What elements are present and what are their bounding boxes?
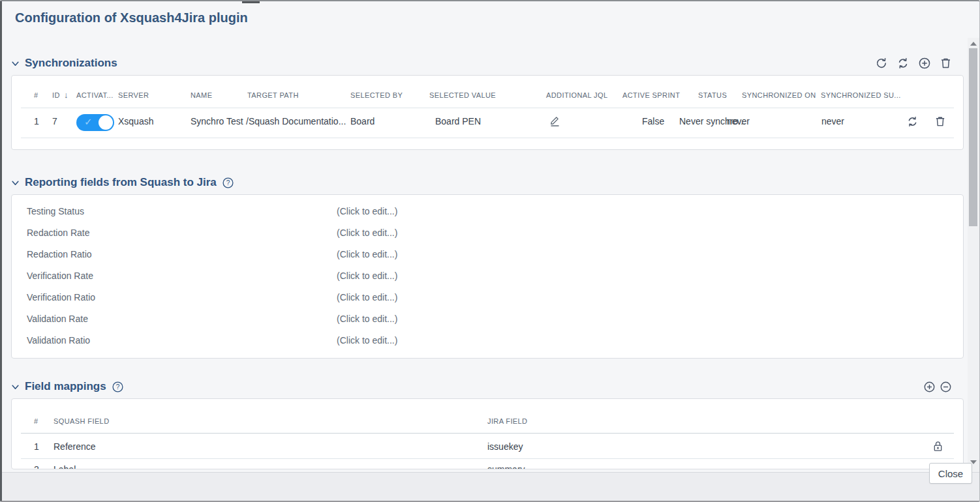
delete-row-icon[interactable] [934,115,946,128]
sync-table-row: 1 7 ✓ Xsquash Synchro Test /Squash Docum… [12,114,963,132]
help-icon[interactable]: ? [222,177,234,188]
click-to-edit[interactable]: (Click to edit...) [337,249,397,259]
chevron-down-icon[interactable] [11,383,20,391]
synchronizations-panel: # ID ↓ ACTIVAT... SERVER NAME TARGET PAT… [11,75,964,150]
cell-server: Xsquash [118,116,153,126]
col-id[interactable]: ID [52,91,60,99]
col-target-path[interactable]: TARGET PATH [247,91,299,99]
remove-mapping-icon[interactable] [940,381,952,393]
background-fragment [242,1,260,3]
cell-num: 1 [34,116,39,126]
field-label: Verification Rate [27,271,93,281]
chevron-down-icon[interactable] [11,179,20,187]
sort-descending-icon[interactable]: ↓ [64,90,69,100]
reporting-row: Validation Rate(Click to edit...) [12,314,963,327]
lock-icon [933,441,943,452]
mappings-table-header: # SQUASH FIELD JIRA FIELD [12,417,963,428]
field-label: Testing Status [27,206,84,216]
add-mapping-icon[interactable] [923,381,936,393]
refresh-icon[interactable] [875,57,888,70]
click-to-edit[interactable]: (Click to edit...) [337,335,397,346]
click-to-edit[interactable]: (Click to edit...) [337,314,397,324]
mapping-row: 1 Reference issuekey [12,439,963,458]
cell-num: 2 [34,464,39,469]
add-synchronization-icon[interactable] [918,57,931,70]
col-active-sprint[interactable]: ACTIVE SPRINT [622,91,680,99]
cell-synchronized-on: never [727,116,750,126]
check-icon: ✓ [84,116,93,128]
col-selected-value[interactable]: SELECTED VALUE [429,91,496,99]
col-status[interactable]: STATUS [698,91,727,99]
reporting-section-header: Reporting fields from Squash to Jira ? [11,175,961,190]
click-to-edit[interactable]: (Click to edit...) [337,292,397,303]
dialog-footer: Close [2,472,979,501]
scrollbar-thumb[interactable] [969,48,977,226]
cell-jira-field: summary [487,464,525,469]
field-mappings-section-header: Field mappings ? [11,379,961,394]
sync-all-icon[interactable] [896,57,910,70]
col-squash-field[interactable]: SQUASH FIELD [54,417,110,425]
cell-num: 1 [34,441,39,452]
col-name[interactable]: NAME [191,91,212,99]
col-synchronized-such[interactable]: SYNCHRONIZED SU... [821,91,901,99]
reporting-row: Verification Ratio(Click to edit...) [12,292,963,305]
cell-squash-field: Label [54,464,76,469]
reporting-row: Redaction Rate(Click to edit...) [12,228,963,241]
reporting-panel: Testing Status(Click to edit...) Redacti… [11,194,964,359]
col-synchronized-on[interactable]: SYNCHRONIZED ON [742,91,816,99]
field-label: Redaction Ratio [27,249,92,259]
edit-pencil-icon[interactable] [549,115,560,127]
cell-active-sprint: False [642,116,664,126]
col-num: # [34,91,38,99]
cell-target-path: /Squash Documentatio... [246,116,346,126]
col-selected-by[interactable]: SELECTED BY [350,91,403,99]
cell-squash-field: Reference [54,441,96,452]
reporting-title: Reporting fields from Squash to Jira [25,176,217,189]
reporting-row: Verification Rate(Click to edit...) [12,271,963,284]
sync-table-header: # ID ↓ ACTIVAT... SERVER NAME TARGET PAT… [12,91,963,102]
field-label: Verification Ratio [27,292,95,303]
cell-jira-field: issuekey [487,441,523,452]
reporting-row: Redaction Ratio(Click to edit...) [12,249,963,262]
cell-selected-value: Board PEN [435,116,481,126]
click-to-edit[interactable]: (Click to edit...) [337,206,397,216]
scroll-up-icon[interactable] [970,42,977,46]
col-server[interactable]: SERVER [118,91,149,99]
cell-synchronized-such: never [821,116,844,126]
activate-toggle[interactable]: ✓ [76,114,114,131]
cell-id: 7 [52,116,57,126]
cell-selected-by: Board [350,116,375,126]
plugin-config-dialog: Configuration of Xsquash4Jira plugin Syn… [0,0,980,502]
col-additional-jql[interactable]: ADDITIONAL JQL [546,91,607,99]
synchronizations-title: Synchronizations [25,57,117,70]
mapping-row: 2 Label summary [12,462,963,469]
svg-text:?: ? [115,383,119,391]
synchronizations-section-header: Synchronizations [11,56,961,70]
field-label: Redaction Rate [27,228,90,238]
close-button[interactable]: Close [929,463,972,484]
col-activate[interactable]: ACTIVAT... [76,91,114,99]
field-label: Validation Ratio [27,335,90,346]
field-label: Validation Rate [27,314,88,324]
chevron-down-icon[interactable] [11,59,20,68]
field-mappings-panel: # SQUASH FIELD JIRA FIELD 1 Reference is… [11,398,964,469]
col-jira-field[interactable]: JIRA FIELD [487,417,527,425]
vertical-scrollbar[interactable] [968,38,979,472]
reporting-row: Validation Ratio(Click to edit...) [12,335,963,348]
reporting-row: Testing Status(Click to edit...) [12,206,963,219]
help-icon[interactable]: ? [112,381,123,392]
delete-icon[interactable] [940,57,952,70]
dialog-title: Configuration of Xsquash4Jira plugin [15,10,248,25]
cell-name: Synchro Test [191,116,243,126]
field-mappings-title: Field mappings [25,380,106,393]
sync-row-icon[interactable] [906,115,919,128]
click-to-edit[interactable]: (Click to edit...) [337,228,397,238]
svg-text:?: ? [226,179,230,186]
col-num: # [34,417,38,425]
click-to-edit[interactable]: (Click to edit...) [337,271,397,281]
